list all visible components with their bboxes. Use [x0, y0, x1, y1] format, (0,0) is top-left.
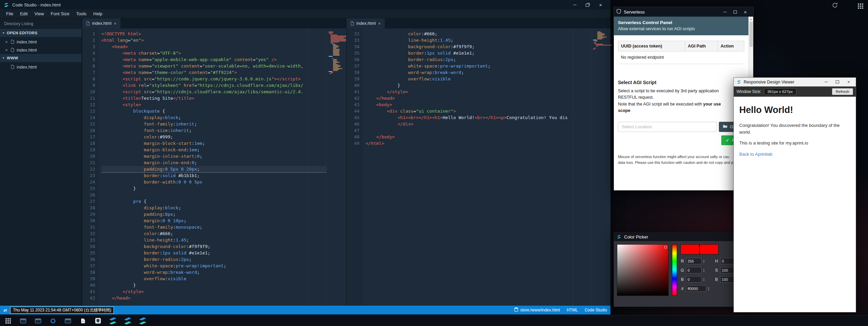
- stepper-icon[interactable]: ▴▾: [703, 268, 705, 272]
- minimap[interactable]: [326, 28, 346, 306]
- tab-close-icon[interactable]: ×: [114, 21, 117, 26]
- section-www[interactable]: ▾WWW: [0, 54, 82, 62]
- remote-icon[interactable]: ⇄: [3, 308, 7, 313]
- tab-bar: index.html ×: [347, 18, 610, 28]
- editor-pane-right: index.html × 323334353637383940414243444…: [346, 18, 610, 306]
- close-button[interactable]: ×: [594, 0, 607, 9]
- serverless-titlebar[interactable]: Serverless ×: [614, 7, 753, 17]
- minimap-line: [329, 33, 333, 33]
- code-line: <meta name="apple-mobile-web-app-capable…: [101, 56, 326, 63]
- sidebar-item-index-html[interactable]: ×index.html: [0, 38, 82, 46]
- minimap-line: [331, 42, 339, 42]
- serverless-window: Serverless × Serverless Control Panel Al…: [614, 7, 754, 191]
- line-number: 35: [82, 250, 95, 256]
- close-icon[interactable]: ×: [4, 47, 8, 53]
- stepper-icon[interactable]: ▴▾: [703, 259, 705, 263]
- status-app[interactable]: Code Studio: [585, 308, 607, 312]
- code-line: border:1px solid #e1e1e1;: [366, 50, 591, 56]
- hue-slider[interactable]: [672, 244, 677, 296]
- menu-edit[interactable]: Edit: [17, 10, 31, 17]
- minimize-button[interactable]: [568, 0, 581, 9]
- code-editor[interactable]: 323334353637383940414243444546474849 col…: [347, 28, 610, 306]
- sidebar-item-index-html[interactable]: index.html: [0, 63, 82, 71]
- script-description: Select a script to be executed by 3rd pa…: [618, 88, 744, 114]
- color-picker-titlebar[interactable]: Color Picker: [614, 232, 742, 241]
- minimize-button[interactable]: [822, 78, 831, 87]
- scrollbar-thumb[interactable]: [749, 22, 753, 47]
- code-line: color:#666;: [101, 230, 326, 237]
- color-input-b[interactable]: [686, 276, 702, 283]
- window-size-value[interactable]: 361px x 627px: [764, 88, 796, 95]
- browser-app-icon[interactable]: [47, 316, 59, 326]
- window-app-icon[interactable]: [32, 316, 44, 326]
- restore-button[interactable]: [581, 0, 594, 9]
- line-number: 14: [82, 114, 95, 121]
- table-header-action: Action: [718, 41, 744, 52]
- script-location-input[interactable]: [618, 122, 717, 132]
- minimap-line: [333, 49, 340, 50]
- sidebar-item-index-html[interactable]: ×index.html: [0, 46, 82, 54]
- minimap-line: [333, 48, 336, 49]
- code-editor[interactable]: 1234567891011121314151617181920212223242…: [82, 28, 346, 306]
- tab-index-html[interactable]: index.html ×: [82, 18, 121, 28]
- apps-grid-icon[interactable]: [858, 3, 863, 9]
- code-line: border-radius:2px;: [101, 256, 326, 263]
- window-app-icon[interactable]: [62, 316, 74, 326]
- refresh-icon[interactable]: [832, 2, 838, 10]
- menu-help[interactable]: Help: [90, 10, 106, 17]
- color-input-hex[interactable]: [686, 285, 706, 292]
- stepper-icon[interactable]: ▴▾: [708, 287, 709, 291]
- window-app-icon[interactable]: [17, 316, 29, 326]
- tab-index-html[interactable]: index.html ×: [347, 18, 385, 28]
- minimap-line: [597, 37, 607, 37]
- status-language[interactable]: HTML: [567, 308, 578, 312]
- color-input-r[interactable]: [686, 258, 702, 264]
- code-line: background-color:#f9f9f9;: [366, 43, 591, 50]
- menu-font-size[interactable]: Font Size: [47, 10, 73, 17]
- line-number: 45: [347, 114, 359, 121]
- minimap[interactable]: [591, 28, 610, 306]
- minimap-line: [329, 32, 333, 32]
- close-button[interactable]: ×: [844, 78, 853, 87]
- minimap-line: [330, 73, 332, 74]
- maximize-button[interactable]: [833, 78, 842, 87]
- line-number: 23: [82, 172, 95, 179]
- saturation-cursor[interactable]: [664, 246, 667, 249]
- minimap-line: [333, 53, 339, 54]
- minimap-line: [332, 58, 334, 59]
- code-line: margin-block-start:1em;: [101, 140, 326, 147]
- close-button[interactable]: ×: [740, 7, 750, 17]
- color-input-g[interactable]: [686, 267, 702, 273]
- code-line: line-height:1.45;: [366, 37, 591, 43]
- menu-tools[interactable]: Tools: [73, 10, 90, 17]
- minimize-button[interactable]: [720, 7, 730, 17]
- maximize-button[interactable]: [730, 7, 740, 17]
- code-line: <meta charset="UTF-8">: [101, 50, 326, 56]
- tab-close-icon[interactable]: ×: [378, 21, 381, 26]
- menu-view[interactable]: View: [31, 10, 47, 17]
- file-icon: [351, 21, 354, 25]
- code-studio-app-icon[interactable]: [122, 316, 134, 326]
- serverless-body: Serverless Control Panel Allow external …: [614, 17, 753, 190]
- stepper-icon[interactable]: ▴▾: [703, 277, 705, 282]
- color-field-row: R▴▾: [680, 258, 709, 264]
- serverless-app-icon[interactable]: [92, 316, 104, 326]
- app-launcher-icon[interactable]: [2, 316, 14, 326]
- status-file[interactable]: store:/www/index.html: [514, 307, 560, 313]
- refresh-button[interactable]: Refresh: [832, 88, 853, 95]
- scroll-up-icon[interactable]: ▲: [750, 17, 752, 21]
- back-link[interactable]: Back to Aprintlab: [739, 152, 773, 157]
- file-icon: [11, 40, 14, 44]
- close-icon[interactable]: ×: [4, 39, 8, 44]
- code-studio-app-icon[interactable]: [137, 316, 149, 326]
- line-number: 40: [347, 82, 359, 89]
- menu-file[interactable]: File: [3, 10, 17, 17]
- main-titlebar[interactable]: Code Studio - index.html ×: [0, 0, 610, 9]
- saturation-field[interactable]: [617, 244, 669, 296]
- code-studio-logo-icon: [3, 2, 9, 8]
- code-studio-app-icon[interactable]: [107, 316, 119, 326]
- line-number: 26: [82, 192, 95, 198]
- document-app-icon[interactable]: [77, 316, 89, 326]
- section-open-editors[interactable]: ▾OPEN EDITORS: [0, 29, 82, 37]
- viewer-titlebar[interactable]: Responsive Design Viewer ×: [734, 78, 856, 87]
